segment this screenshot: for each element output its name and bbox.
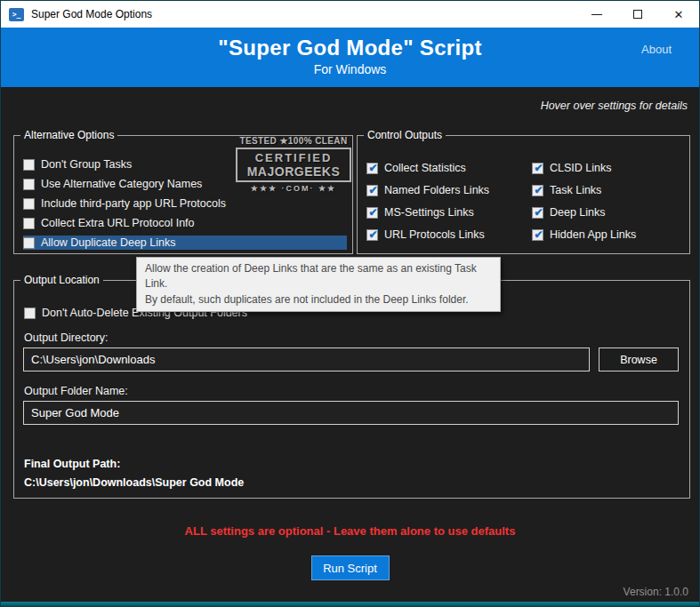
hover-hint-text: Hover over settings for details <box>541 100 688 112</box>
run-script-button[interactable]: Run Script <box>311 555 390 580</box>
output-directory-input[interactable] <box>23 347 590 371</box>
checkbox-label: Use Alternative Category Names <box>41 178 202 190</box>
deep-links-tooltip: Allow the creation of Deep Links that ar… <box>136 257 501 312</box>
title-bar: >_ Super God Mode Options — ✕ <box>1 1 699 28</box>
checkbox-label: Named Folders Links <box>384 184 489 196</box>
checkbox-icon <box>366 207 378 219</box>
checkbox-icon <box>366 163 378 174</box>
checkbox-label: URL Protocols Links <box>384 228 485 241</box>
window-controls: — ✕ <box>576 1 699 28</box>
checkbox-label: Include third-party app URL Protocols <box>41 197 226 210</box>
checkbox-icon <box>23 179 35 190</box>
checkbox-third-party-url-protocols[interactable]: Include third-party app URL Protocols <box>23 196 347 211</box>
checkbox-icon <box>366 229 378 241</box>
checkbox-icon <box>366 185 378 196</box>
checkbox-named-folders-links[interactable]: Named Folders Links <box>366 183 489 197</box>
output-directory-label: Output Directory: <box>24 331 108 344</box>
close-button[interactable]: ✕ <box>658 1 699 28</box>
app-window: >_ Super God Mode Options — ✕ "Super God… <box>0 0 700 607</box>
checkbox-icon <box>23 237 35 249</box>
alternative-options-group: Alternative Options Don't Group Tasks Us… <box>13 135 353 254</box>
checkbox-collect-extra-url-info[interactable]: Collect Extra URL Protocol Info <box>23 216 347 230</box>
checkbox-label: Allow Duplicate Deep Links <box>41 236 175 249</box>
checkbox-dont-group-tasks[interactable]: Don't Group Tasks <box>23 157 347 172</box>
maximize-icon <box>633 10 642 19</box>
minimize-button[interactable]: — <box>576 1 617 28</box>
checkbox-label: CLSID Links <box>550 162 611 174</box>
maximize-button[interactable] <box>617 1 658 28</box>
checkbox-icon <box>532 185 543 196</box>
checkbox-hidden-app-links[interactable]: Hidden App Links <box>532 228 636 242</box>
checkbox-ms-settings-links[interactable]: MS-Settings Links <box>366 205 489 220</box>
checkbox-icon <box>532 163 543 174</box>
final-output-path-value: C:\Users\jon\Downloads\Super God Mode <box>24 476 244 489</box>
checkbox-label: Task Links <box>550 184 601 196</box>
tooltip-line: Allow the creation of Deep Links that ar… <box>145 261 492 292</box>
checkbox-task-links[interactable]: Task Links <box>532 183 636 197</box>
window-bottom-border <box>1 602 699 606</box>
about-link[interactable]: About <box>641 43 672 56</box>
checkbox-label: Collect Statistics <box>384 162 466 174</box>
checkbox-label: Hidden App Links <box>550 228 636 241</box>
checkbox-label: Don't Group Tasks <box>41 158 132 171</box>
checkbox-deep-links[interactable]: Deep Links <box>532 205 636 220</box>
checkbox-alt-category-names[interactable]: Use Alternative Category Names <box>23 177 347 191</box>
checkbox-allow-duplicate-deep-links[interactable]: Allow Duplicate Deep Links <box>23 236 347 250</box>
checkbox-label: MS-Settings Links <box>384 206 474 219</box>
checkbox-collect-statistics[interactable]: Collect Statistics <box>366 161 489 175</box>
app-header: "Super God Mode" Script For Windows Abou… <box>1 28 699 87</box>
output-location-group: Output Location Don't Auto-Delete Existi… <box>13 280 690 499</box>
powershell-app-icon: >_ <box>9 8 24 21</box>
browse-button[interactable]: Browse <box>599 347 679 371</box>
checkbox-icon <box>23 218 35 229</box>
checkbox-clsid-links[interactable]: CLSID Links <box>532 161 636 175</box>
window-title: Super God Mode Options <box>31 8 152 20</box>
output-folder-name-input[interactable] <box>23 401 679 425</box>
checkbox-url-protocols-links[interactable]: URL Protocols Links <box>366 228 489 242</box>
settings-optional-warning: ALL settings are optional - Leave them a… <box>1 524 699 538</box>
page-subtitle: For Windows <box>1 62 699 76</box>
checkbox-icon <box>24 307 36 319</box>
close-icon: ✕ <box>674 8 684 21</box>
checkbox-icon <box>23 159 35 171</box>
checkbox-label: Deep Links <box>550 206 606 219</box>
minimize-icon: — <box>591 8 602 20</box>
output-folder-name-label: Output Folder Name: <box>24 385 128 397</box>
final-output-path-label: Final Output Path: <box>24 458 120 470</box>
checkbox-icon <box>532 229 543 241</box>
version-label: Version: 1.0.0 <box>624 586 688 598</box>
page-title: "Super God Mode" Script <box>1 28 699 60</box>
control-outputs-group: Control Outputs Collect Statistics Named… <box>357 135 690 254</box>
checkbox-icon <box>532 207 543 219</box>
checkbox-icon <box>23 198 35 210</box>
control-outputs-label: Control Outputs <box>364 129 446 141</box>
checkbox-label: Collect Extra URL Protocol Info <box>41 217 195 229</box>
output-location-label: Output Location <box>20 274 103 286</box>
tooltip-line: By default, such duplicates are not incl… <box>145 292 492 307</box>
alternative-options-label: Alternative Options <box>20 129 117 141</box>
